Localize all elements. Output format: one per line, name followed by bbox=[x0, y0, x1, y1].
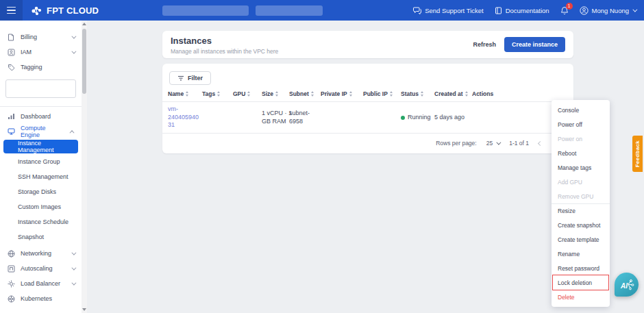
sidebar-item-iam[interactable]: IAM bbox=[0, 45, 82, 60]
fpt-cloud-logo[interactable]: FPT CLOUD bbox=[31, 5, 99, 16]
page-title: Instances bbox=[171, 36, 278, 46]
chevron-down-icon bbox=[71, 250, 76, 255]
menu-item-add-gpu: Add GPU bbox=[552, 175, 610, 189]
pagination-prev-button[interactable] bbox=[538, 140, 542, 147]
sort-icon[interactable] bbox=[421, 91, 423, 97]
sidebar-scrollbar-thumb[interactable] bbox=[82, 29, 86, 94]
menu-item-lock-deletion[interactable]: Lock deletion bbox=[552, 275, 610, 290]
sidebar-item-compute-engine[interactable]: Compute Engine bbox=[0, 124, 82, 139]
user-menu-chevron-down-icon bbox=[632, 7, 637, 12]
sidebar-item-label: Instance Management bbox=[18, 140, 78, 153]
sidebar-item-tagging[interactable]: Tagging bbox=[0, 60, 82, 75]
sidebar-item-billing[interactable]: Billing bbox=[0, 29, 82, 45]
pagination-range: 1-1 of 1 bbox=[509, 140, 529, 147]
menu-item-create-snapshot[interactable]: Create snapshot bbox=[552, 218, 610, 232]
sidebar-item-custom-images[interactable]: Custom Images bbox=[0, 199, 82, 214]
navbar-redacted-selector-1[interactable] bbox=[162, 5, 249, 16]
column-header-gpu[interactable]: GPU bbox=[233, 90, 262, 97]
cell-size: 1 vCPU · 1 GB RAM bbox=[262, 110, 292, 125]
chevron-down-icon bbox=[71, 34, 76, 38]
menu-item-power-off[interactable]: Power off bbox=[552, 117, 610, 132]
table-row: vm-24040594031 1 vCPU · 1 GB RAM subnet-… bbox=[162, 102, 573, 134]
sidebar: Billing IAM Tagging Dashboard Compute En… bbox=[0, 21, 82, 313]
table-header-row: Name Tags GPU Size Subnet Private IP Pub… bbox=[162, 90, 573, 102]
sort-icon[interactable] bbox=[275, 91, 278, 97]
notifications-button[interactable]: 1 bbox=[560, 6, 569, 15]
ai-chat-button[interactable]: AI bbox=[615, 273, 639, 297]
menu-item-console[interactable]: Console bbox=[552, 103, 610, 117]
sidebar-item-label: Instance Schedule bbox=[18, 218, 69, 225]
cell-subnet: subnet-6958 bbox=[289, 110, 319, 125]
sidebar-item-kubernetes[interactable]: Kubernetes bbox=[0, 291, 82, 306]
menu-item-rename[interactable]: Rename bbox=[552, 247, 610, 261]
sort-icon[interactable] bbox=[186, 91, 188, 97]
sidebar-item-label: Networking bbox=[21, 250, 51, 257]
page-subtitle: Manage all instances within the VPC here bbox=[171, 48, 278, 55]
refresh-button[interactable]: Refresh bbox=[473, 41, 496, 48]
chevron-down-icon bbox=[71, 280, 76, 285]
sort-icon[interactable] bbox=[247, 91, 250, 97]
sidebar-divider bbox=[0, 106, 82, 107]
menu-item-create-template[interactable]: Create template bbox=[552, 232, 610, 247]
sort-icon[interactable] bbox=[349, 91, 352, 97]
sidebar-item-networking[interactable]: Networking bbox=[0, 246, 82, 261]
feedback-tab[interactable]: Feedback bbox=[632, 136, 643, 172]
status-badge: Running bbox=[408, 114, 431, 122]
page-header-card: Instances Manage all instances within th… bbox=[162, 31, 573, 58]
send-support-ticket-label: Send Support Ticket bbox=[425, 7, 484, 14]
menu-item-reset-password[interactable]: Reset password bbox=[552, 261, 610, 275]
vpc-selector[interactable] bbox=[5, 79, 76, 98]
sidebar-item-load-balancer[interactable]: Load Balancer bbox=[0, 276, 82, 291]
navbar-redacted-selector-2[interactable] bbox=[256, 5, 323, 16]
menu-item-delete[interactable]: Delete bbox=[552, 290, 610, 304]
menu-item-reboot[interactable]: Reboot bbox=[552, 146, 610, 160]
column-header-created-at[interactable]: Created at bbox=[434, 90, 472, 97]
column-header-status[interactable]: Status bbox=[401, 90, 434, 97]
sort-icon[interactable] bbox=[390, 91, 393, 97]
sidebar-item-snapshot[interactable]: Snapshot bbox=[0, 229, 82, 245]
menu-item-resize[interactable]: Resize bbox=[552, 203, 610, 218]
send-support-ticket-link[interactable]: Send Support Ticket bbox=[413, 7, 484, 14]
column-header-size[interactable]: Size bbox=[262, 90, 289, 97]
sidebar-item-ssh-management[interactable]: SSH Management bbox=[0, 169, 82, 184]
sidebar-item-storage-disks[interactable]: Storage Disks bbox=[0, 184, 82, 199]
scroll-down-icon[interactable] bbox=[82, 308, 86, 311]
cell-status: Running bbox=[401, 114, 434, 122]
sidebar-item-label: Billing bbox=[21, 34, 37, 40]
instance-name-link[interactable]: vm-24040594031 bbox=[168, 105, 199, 128]
sort-icon[interactable] bbox=[217, 91, 220, 97]
chevron-up-icon bbox=[70, 130, 75, 135]
svg-text:AI: AI bbox=[620, 282, 628, 290]
sort-icon[interactable] bbox=[465, 91, 468, 97]
instances-table-card: Filter Name Tags GPU Size Subnet Private… bbox=[162, 64, 573, 153]
menu-item-manage-tags[interactable]: Manage tags bbox=[552, 160, 610, 175]
user-menu[interactable]: Mong Nuong bbox=[580, 6, 636, 15]
compute-engine-icon bbox=[7, 128, 15, 135]
scroll-up-icon[interactable] bbox=[82, 23, 86, 25]
sidebar-scrollbar[interactable] bbox=[82, 21, 87, 313]
column-header-name[interactable]: Name bbox=[168, 90, 202, 97]
rows-per-page-select[interactable]: 25 bbox=[486, 140, 499, 147]
status-running-dot bbox=[401, 116, 405, 120]
sort-icon[interactable] bbox=[311, 91, 314, 97]
sidebar-item-dashboard[interactable]: Dashboard bbox=[0, 109, 82, 124]
column-header-public-ip[interactable]: Public IP bbox=[363, 90, 401, 97]
sidebar-item-label: Load Balancer bbox=[21, 280, 60, 287]
sidebar-item-instance-schedule[interactable]: Instance Schedule bbox=[0, 214, 82, 229]
column-header-private-ip[interactable]: Private IP bbox=[321, 90, 363, 97]
sidebar-item-label: Instance Group bbox=[18, 158, 60, 165]
sidebar-item-instance-management[interactable]: Instance Management bbox=[3, 140, 78, 153]
hamburger-menu-icon[interactable] bbox=[0, 0, 23, 21]
documentation-link[interactable]: Documentation bbox=[495, 7, 549, 14]
create-instance-button[interactable]: Create instance bbox=[504, 37, 565, 52]
sidebar-item-label: SSH Management bbox=[18, 173, 69, 180]
sidebar-item-instance-group[interactable]: Instance Group bbox=[0, 154, 82, 169]
column-header-tags[interactable]: Tags bbox=[202, 90, 233, 97]
filter-button[interactable]: Filter bbox=[169, 71, 211, 85]
ai-molecule-icon: AI bbox=[619, 278, 634, 292]
column-header-subnet[interactable]: Subnet bbox=[289, 90, 321, 97]
sidebar-item-autoscaling[interactable]: Autoscaling bbox=[0, 261, 82, 276]
sidebar-item-label: Kubernetes bbox=[21, 295, 52, 302]
dashboard-icon bbox=[7, 113, 15, 120]
sidebar-item-label: Custom Images bbox=[18, 203, 61, 210]
